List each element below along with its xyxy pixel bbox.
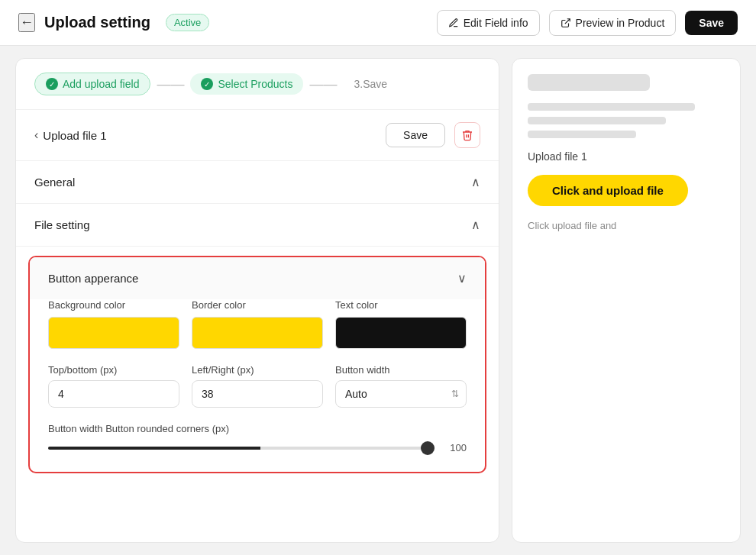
color-fields-row: Background color Border color Text color	[30, 299, 485, 364]
edit-field-info-button[interactable]: Edit Field info	[437, 10, 540, 36]
border-color-label: Border color	[192, 299, 323, 311]
border-color-group: Border color	[192, 299, 323, 349]
step-1-label: Add upload field	[63, 78, 139, 90]
upload-save-button[interactable]: Save	[386, 123, 445, 147]
right-panel: Upload file 1 Click and upload file Clic…	[512, 58, 741, 543]
step-3[interactable]: 3.Save	[343, 73, 398, 95]
general-section: General ∧	[16, 161, 499, 204]
file-setting-section-title: File setting	[34, 218, 90, 231]
button-appearance-title: Button apperance	[48, 272, 138, 285]
step-1-check-icon: ✓	[46, 78, 58, 90]
delete-button[interactable]	[454, 122, 480, 148]
upload-file-row: ‹ Upload file 1 Save	[16, 110, 499, 161]
main-content: ✓ Add upload field —— ✓ Select Products …	[0, 46, 756, 555]
button-appearance-chevron-icon: ∨	[457, 271, 467, 286]
back-button[interactable]: ←	[18, 13, 35, 32]
left-right-input[interactable]	[192, 380, 323, 408]
padding-row: Top/bottom (px) Left/Right (px) Button w…	[30, 364, 485, 423]
border-color-swatch[interactable]	[192, 317, 323, 349]
step-divider-1: ——	[157, 76, 184, 92]
bg-color-label: Background color	[48, 299, 179, 311]
slider-row: Button width Button rounded corners (px)…	[30, 423, 485, 472]
step-1[interactable]: ✓ Add upload field	[34, 73, 150, 95]
button-width-select-wrapper: Auto Full Custom	[335, 380, 467, 408]
step-2-label: Select Products	[218, 78, 292, 90]
left-right-label: Left/Right (px)	[192, 364, 323, 376]
bg-color-group: Background color	[48, 299, 179, 349]
left-right-group: Left/Right (px)	[192, 364, 323, 408]
page-title: Upload setting	[44, 14, 150, 31]
text-color-swatch[interactable]	[335, 317, 467, 349]
top-bottom-input[interactable]	[48, 380, 179, 408]
step-divider-2: ——	[309, 76, 337, 92]
preview-skeleton-line-3	[528, 131, 636, 138]
step-2-check-icon: ✓	[201, 78, 213, 90]
slider-wrapper: 100	[48, 442, 467, 453]
bg-color-swatch[interactable]	[48, 317, 179, 349]
chevron-left-icon: ‹	[34, 128, 38, 142]
file-setting-section-header[interactable]: File setting ∧	[16, 204, 499, 246]
general-section-header[interactable]: General ∧	[16, 161, 499, 203]
upload-row-title: ‹ Upload file 1	[34, 128, 376, 142]
preview-upload-button[interactable]: Click and upload file	[528, 175, 688, 206]
general-section-title: General	[34, 176, 75, 189]
left-panel: ✓ Add upload field —— ✓ Select Products …	[15, 58, 499, 543]
edit-icon	[448, 18, 459, 28]
preview-in-product-button[interactable]: Preview in Product	[549, 10, 677, 36]
slider-value: 100	[444, 442, 467, 453]
general-chevron-icon: ∧	[471, 175, 480, 189]
button-appearance-header[interactable]: Button apperance ∨	[30, 257, 485, 299]
step-3-label: 3.Save	[354, 78, 387, 90]
file-setting-section: File setting ∧	[16, 204, 499, 247]
preview-skeleton-title	[528, 74, 650, 91]
preview-skeleton-line-1	[528, 103, 695, 111]
file-setting-chevron-icon: ∧	[471, 218, 480, 232]
text-color-label: Text color	[335, 299, 467, 311]
preview-text-note: Click upload file and	[528, 218, 725, 234]
preview-skeleton-lines	[528, 103, 725, 138]
button-width-group: Button width Auto Full Custom	[335, 364, 467, 408]
top-bottom-group: Top/bottom (px)	[48, 364, 179, 408]
text-color-group: Text color	[335, 299, 467, 349]
step-2[interactable]: ✓ Select Products	[190, 73, 303, 95]
slider-label: Button width Button rounded corners (px)	[48, 423, 467, 434]
header: ← Upload setting Active Edit Field info …	[0, 0, 756, 46]
trash-icon	[461, 129, 473, 141]
save-button[interactable]: Save	[685, 11, 738, 35]
rounded-corners-slider[interactable]	[48, 447, 435, 450]
preview-upload-label: Upload file 1	[528, 150, 725, 163]
button-width-label: Button width	[335, 364, 467, 376]
button-appearance-section: Button apperance ∨ Background color Bord…	[28, 256, 486, 473]
preview-skeleton-line-2	[528, 117, 666, 124]
top-bottom-label: Top/bottom (px)	[48, 364, 179, 376]
stepper: ✓ Add upload field —— ✓ Select Products …	[16, 59, 499, 110]
external-link-icon	[561, 18, 571, 28]
status-badge: Active	[166, 14, 209, 31]
button-width-select[interactable]: Auto Full Custom	[335, 380, 467, 408]
svg-line-0	[564, 18, 569, 23]
